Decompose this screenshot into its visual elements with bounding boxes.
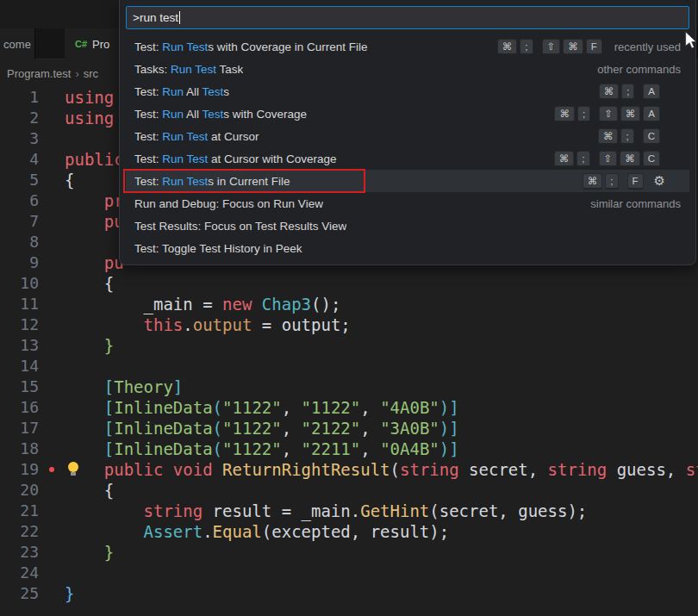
- line-number[interactable]: 20: [0, 480, 39, 501]
- code-line[interactable]: [65, 356, 698, 376]
- command-input[interactable]: >run test: [126, 6, 689, 29]
- command-group-note: other commands: [597, 63, 681, 76]
- tab-label: Pro: [92, 38, 109, 51]
- keybinding-chip: F: [627, 173, 644, 190]
- line-number[interactable]: 5: [0, 170, 39, 190]
- keybinding-chip: ;: [621, 84, 634, 100]
- mouse-cursor: [685, 32, 697, 49]
- keybinding-chip: ⇧: [599, 151, 618, 167]
- keybinding-chip: ⌘: [599, 84, 620, 100]
- keybinding-chip: ⇧: [599, 106, 618, 122]
- keybinding-chip: ;: [605, 173, 618, 190]
- line-number[interactable]: 7: [0, 211, 39, 232]
- keybinding-chip: ⌘: [554, 106, 575, 122]
- line-number[interactable]: 25: [0, 583, 39, 604]
- line-number[interactable]: 24: [0, 563, 39, 583]
- line-number[interactable]: 11: [0, 294, 39, 314]
- command-item[interactable]: Tasks: Run Test Taskother commands: [126, 58, 689, 80]
- keybinding-chip: ;: [520, 39, 533, 55]
- command-item[interactable]: Test: Run Test at Cursor⌘;C: [126, 125, 689, 147]
- command-label: Run and Debug: Focus on Run View: [134, 197, 323, 210]
- configure-keybinding-gear-icon[interactable]: ⚙: [654, 173, 665, 189]
- command-item[interactable]: Test: Run All Tests with Coverage⌘;⇧⌘A: [126, 103, 689, 125]
- code-line[interactable]: [InlineData("1122", "2211", "0A4B")]: [65, 439, 698, 459]
- keybinding-chip: ;: [620, 128, 633, 145]
- breadcrumb-item[interactable]: src: [84, 67, 98, 80]
- command-group-note: recently used: [614, 40, 681, 53]
- line-number[interactable]: 14: [0, 356, 39, 376]
- keybinding-chip: A: [643, 84, 660, 100]
- line-number[interactable]: 9: [0, 252, 39, 273]
- command-item[interactable]: Test: Toggle Test History in Peek: [126, 237, 689, 259]
- tab-welcome[interactable]: come: [0, 28, 35, 59]
- code-line[interactable]: }: [65, 542, 698, 563]
- keybinding-chip: C: [643, 151, 660, 167]
- line-number[interactable]: 23: [0, 542, 39, 563]
- line-number[interactable]: 13: [0, 335, 39, 356]
- command-label: Test Results: Focus on Test Results View: [134, 220, 346, 233]
- keybinding-chip: ⌘: [554, 151, 575, 167]
- line-number[interactable]: 21: [0, 501, 39, 521]
- line-number[interactable]: 2: [0, 108, 39, 128]
- command-label: Test: Run Test at Cursor with Coverage: [134, 152, 337, 165]
- command-label: Test: Toggle Test History in Peek: [134, 242, 302, 255]
- keybinding-chip: ⌘: [620, 151, 640, 167]
- command-palette: >run test Test: Run Tests with Coverage …: [119, 0, 696, 265]
- command-label: Tasks: Run Test Task: [134, 63, 243, 76]
- lightbulb-icon[interactable]: [67, 462, 79, 476]
- keybinding-chip: C: [643, 128, 660, 145]
- keybinding-chip: ⌘: [598, 128, 619, 145]
- breadcrumb-item[interactable]: Program.test: [7, 67, 71, 80]
- code-line[interactable]: [InlineData("1122", "1122", "4A0B")]: [65, 397, 698, 418]
- line-number[interactable]: 18: [0, 439, 39, 459]
- line-number[interactable]: 3: [0, 128, 39, 149]
- command-label: Test: Run All Tests with Coverage: [134, 108, 307, 121]
- line-number[interactable]: 8: [0, 232, 39, 252]
- code-line[interactable]: public void ReturnRightResult(string sec…: [65, 459, 698, 480]
- csharp-icon: C#: [75, 39, 87, 49]
- line-number[interactable]: 22: [0, 521, 39, 542]
- command-label: Test: Run Tests in Current File: [134, 175, 290, 188]
- code-line[interactable]: Assert.Equal(excepted, result);: [65, 521, 698, 542]
- command-label: Test: Run Tests with Coverage in Current…: [134, 40, 368, 53]
- line-number[interactable]: 19: [0, 459, 39, 480]
- line-number[interactable]: 16: [0, 397, 39, 418]
- code-line[interactable]: }: [65, 583, 698, 604]
- command-item[interactable]: Run and Debug: Focus on Run Viewsimilar …: [126, 192, 689, 215]
- command-group-note: similar commands: [590, 197, 681, 210]
- text-caret: [179, 11, 180, 24]
- code-line[interactable]: _main = new Chap3();: [65, 294, 698, 314]
- line-number[interactable]: 15: [0, 376, 39, 397]
- code-line[interactable]: [Theory]: [65, 376, 698, 397]
- keybinding-chip: ⌘: [497, 39, 518, 55]
- line-number[interactable]: 6: [0, 190, 39, 211]
- command-item[interactable]: Test: Run Test at Cursor with Coverage⌘;…: [126, 147, 689, 170]
- line-number[interactable]: 4: [0, 149, 39, 170]
- keybinding-chip: ⌘: [620, 106, 641, 122]
- line-number[interactable]: 1: [0, 87, 39, 108]
- keybinding-chip: ⌘: [563, 39, 583, 55]
- breakpoint-dot: [49, 467, 54, 472]
- keybinding-chip: A: [643, 106, 660, 122]
- code-line[interactable]: {: [65, 480, 698, 501]
- code-line[interactable]: {: [65, 273, 698, 294]
- command-label: Test: Run Test at Cursor: [134, 130, 259, 143]
- keybinding-chip: ⇧: [542, 39, 561, 55]
- code-line[interactable]: this.output = output;: [65, 314, 698, 335]
- code-line[interactable]: [65, 563, 698, 583]
- command-item[interactable]: Test: Run All Tests⌘;A: [126, 80, 689, 103]
- line-number[interactable]: 10: [0, 273, 39, 294]
- command-item[interactable]: Test: Run Tests with Coverage in Current…: [126, 35, 689, 58]
- keybinding-chip: ;: [576, 151, 589, 167]
- chevron-right-icon: ›: [75, 67, 78, 80]
- keybinding-chip: ;: [577, 106, 590, 122]
- code-line[interactable]: }: [65, 335, 698, 356]
- command-item[interactable]: Test: Run Tests in Current File⌘;F⚙: [126, 170, 689, 192]
- command-input-value: >run test: [133, 11, 178, 24]
- line-number[interactable]: 12: [0, 314, 39, 335]
- line-number[interactable]: 17: [0, 418, 39, 439]
- code-line[interactable]: string result = _main.GetHint(secret, gu…: [65, 501, 698, 521]
- code-line[interactable]: [InlineData("1122", "2122", "3A0B")]: [65, 418, 698, 439]
- command-item[interactable]: Test Results: Focus on Test Results View: [126, 215, 689, 237]
- tab-label: come: [3, 38, 31, 51]
